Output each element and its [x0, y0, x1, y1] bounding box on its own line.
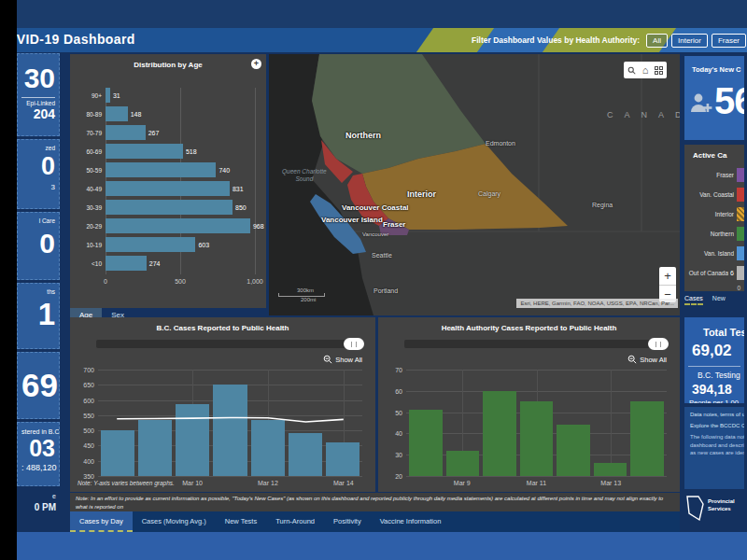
filter-button-interior[interactable]: Interior	[671, 34, 708, 48]
age-bar-track: 603	[106, 237, 259, 252]
active-cases-row[interactable]: Northern	[686, 224, 744, 244]
active-cases-row[interactable]: Van. Island	[686, 244, 744, 263]
region-label-northern: Northern	[345, 131, 381, 140]
y-axis-tick: 600	[74, 397, 94, 403]
filter-button-fraser[interactable]: Fraser	[712, 34, 746, 48]
panel-title: Distribution by Age	[70, 54, 266, 69]
tab-positivity[interactable]: Positivity	[324, 511, 371, 532]
active-bar[interactable]	[737, 188, 744, 202]
zoom-in-button[interactable]: +	[659, 267, 676, 286]
age-category-label: 10-19	[78, 242, 102, 248]
map-attribution: Esri, HERE, Garmin, FAO, NOAA, USGS, EPA…	[516, 299, 678, 308]
expand-icon[interactable]: +	[251, 59, 261, 69]
age-bar-value: 148	[131, 111, 142, 118]
zoom-out-icon	[627, 355, 637, 364]
stat-value: 0	[21, 153, 55, 179]
show-all-button[interactable]: Show All	[323, 355, 362, 364]
slider-handle[interactable]	[648, 338, 669, 350]
age-bar-row[interactable]: 40-49831	[78, 179, 259, 198]
age-bar[interactable]	[106, 218, 250, 233]
age-bar-row[interactable]: <10274	[78, 254, 259, 273]
ha-bar[interactable]	[557, 425, 590, 476]
region-label-interior: Interior	[407, 189, 436, 199]
active-value: 6	[730, 270, 734, 276]
age-bar-row[interactable]: 90+31	[78, 86, 259, 105]
home-icon[interactable]: ⌂	[642, 65, 649, 75]
basemap-icon[interactable]	[655, 66, 663, 75]
active-cases-row[interactable]: Out of Canada6	[686, 263, 744, 283]
age-bar[interactable]	[106, 125, 146, 140]
ha-bar[interactable]	[446, 451, 480, 476]
age-bar[interactable]	[106, 106, 128, 121]
tab-vaccine-information[interactable]: Vaccine Information	[371, 511, 451, 532]
age-bar-value: 267	[148, 130, 160, 136]
ha-bar[interactable]	[630, 401, 664, 476]
ha-bar[interactable]	[520, 401, 554, 476]
active-category-label: Van. Coastal	[686, 191, 734, 198]
age-category-label: 50-59	[78, 167, 102, 174]
water-label: Queen CharlotteSound	[282, 168, 327, 184]
age-bar-track: 968	[106, 218, 264, 233]
slider-handle[interactable]	[344, 338, 364, 350]
age-bar[interactable]	[106, 237, 195, 252]
y-axis-tick: 60	[382, 387, 402, 394]
testing-rate-title: B.C. Testing	[698, 371, 744, 380]
active-bar[interactable]	[737, 246, 744, 260]
age-bar[interactable]	[106, 181, 230, 196]
x-axis-tick: 0	[737, 285, 740, 291]
age-category-label: 40-49	[78, 186, 102, 192]
age-bar-row[interactable]: 20-29968	[78, 217, 259, 235]
ha-bar[interactable]	[594, 463, 627, 476]
active-bar[interactable]	[737, 227, 744, 241]
filter-button-all[interactable]: All	[646, 34, 668, 48]
active-bar[interactable]	[737, 207, 744, 221]
active-cases-tabs: Cases New	[684, 293, 747, 305]
stat-label: zed	[21, 145, 55, 151]
bccdc-link[interactable]: Explore the BCCDC COV	[690, 423, 744, 428]
active-cases-row[interactable]: Fraser	[686, 165, 744, 185]
health-authority-map[interactable]: Northern Interior Vancouver Coastal Vanc…	[269, 54, 680, 315]
age-bar-value: 831	[233, 186, 244, 192]
tab-cases[interactable]: Cases	[684, 293, 703, 305]
city-label-portland: Portland	[374, 287, 398, 294]
y-axis-tick: 50	[382, 409, 402, 415]
age-bar[interactable]	[106, 256, 147, 271]
bc-cases-chart: 700650600550500450400350Mar 10Mar 12Mar …	[98, 370, 362, 476]
active-cases-row[interactable]: Interior	[686, 204, 744, 224]
age-bar-row[interactable]: 60-69518	[78, 142, 259, 161]
region-label-fraser: Fraser	[383, 220, 405, 229]
age-bar[interactable]	[106, 200, 233, 215]
age-bar[interactable]	[106, 162, 216, 177]
stat-value: 0	[21, 229, 55, 259]
age-bar-row[interactable]: 70-79267	[78, 123, 259, 142]
ha-bar[interactable]	[483, 391, 516, 476]
show-all-button[interactable]: Show All	[627, 355, 667, 364]
tab-new[interactable]: New	[712, 293, 726, 305]
city-label-regina: Regina	[592, 202, 613, 208]
tab-cases-moving-avg[interactable]: Cases (Moving Avg.)	[133, 511, 216, 532]
time-range-slider[interactable]	[404, 340, 667, 348]
age-bar-row[interactable]: 10-19603	[78, 235, 259, 254]
active-bar[interactable]	[737, 168, 744, 182]
tab-new-tests[interactable]: New Tests	[216, 511, 266, 532]
active-bar[interactable]	[737, 266, 744, 280]
stat-label: ths	[21, 288, 55, 295]
age-bar[interactable]	[106, 88, 110, 103]
age-bar[interactable]	[106, 144, 183, 159]
data-notes-link[interactable]: Data notes, terms of use	[690, 412, 744, 417]
ha-bar[interactable]	[409, 410, 443, 476]
ha-cases-panel: Health Authority Cases Reported to Publi…	[378, 317, 680, 492]
tab-turn-around[interactable]: Turn-Around	[266, 511, 324, 532]
age-bar-value: 518	[186, 148, 197, 155]
time-range-slider[interactable]	[96, 340, 362, 348]
age-bar-row[interactable]: 30-39850	[78, 198, 259, 217]
search-icon[interactable]	[627, 66, 636, 75]
age-bar-row[interactable]: 50-59740	[78, 161, 259, 179]
active-cases-row[interactable]: Van. Coastal	[686, 185, 744, 204]
tab-cases-by-day[interactable]: Cases by Day	[70, 511, 133, 532]
age-category-label: 60-69	[78, 148, 102, 155]
y-axis-tick: 400	[74, 457, 94, 464]
stat-tile-recovered: 69	[17, 352, 60, 419]
age-bar-track: 274	[106, 256, 259, 271]
age-bar-row[interactable]: 80-89148	[78, 105, 259, 123]
